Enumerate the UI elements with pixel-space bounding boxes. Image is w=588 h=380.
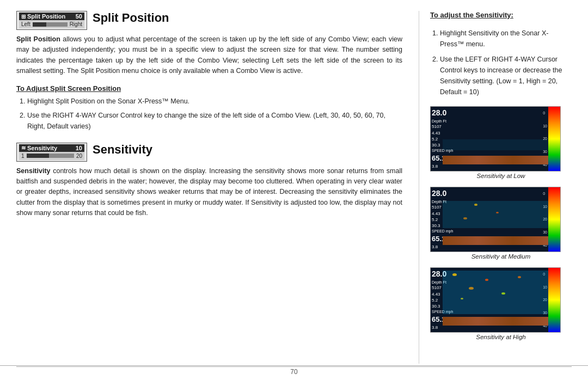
sonar-high-label: Sensitivity at High xyxy=(430,334,572,340)
sensitivity-body: Sensitivity controls how much detail is … xyxy=(16,166,402,219)
sonar-sidebar-low xyxy=(548,107,560,171)
left-column: ⊞ Split Position 50 Left Right xyxy=(16,11,419,364)
sensitivity-icon: ≋ xyxy=(21,145,26,151)
split-position-icon-area: ⊞ Split Position xyxy=(21,13,65,20)
sensitivity-slider-row: 1 20 xyxy=(19,152,84,160)
sonar-image-high: 28.0 Depth Ft 5107 4.43 5.2 30.3 SPEED m… xyxy=(430,267,561,333)
sensitivity-slider-fill xyxy=(27,154,49,158)
split-step-1: Highlight Split Position on the Sonar X-… xyxy=(27,96,402,107)
fish-h5 xyxy=(461,298,463,299)
sonar-sidebar-high xyxy=(548,268,560,332)
sensitivity-title-row: ≋ Sensitivity 10 xyxy=(19,144,84,152)
split-position-widget: ⊞ Split Position 50 Left Right xyxy=(16,11,87,32)
sensitivity-max-label: 20 xyxy=(76,153,82,159)
depth-label-medium: 28.0 xyxy=(432,188,453,199)
sonar-image-medium: 28.0 Depth Ft 5107 4.43 5.2 30.3 SPEED m… xyxy=(430,187,561,252)
speed-label-medium: SPEED mph xyxy=(432,229,453,234)
seabed-high xyxy=(443,317,548,326)
fish-h6 xyxy=(518,276,521,278)
split-slider-fill xyxy=(33,22,47,27)
sensitivity-section-title: Sensitivity xyxy=(93,143,152,157)
sensitivity-slider-track xyxy=(27,153,74,158)
split-icon: ⊞ xyxy=(21,14,26,20)
sonar-low-container: 28.0 Depth Ft 5107 4.43 5.2 30.3 SPEED m… xyxy=(430,106,572,182)
split-slider-bg xyxy=(33,22,68,27)
split-steps-list: Highlight Split Position on the Sonar X-… xyxy=(27,96,402,132)
sensitivity-slider-bg xyxy=(27,154,74,158)
fish-3-medium xyxy=(463,217,467,219)
split-subsection-title: To Adjust Split Screen Position xyxy=(16,84,402,93)
split-position-header: ⊞ Split Position 50 Left Right xyxy=(16,11,402,32)
sensitivity-widget: ≋ Sensitivity 10 1 xyxy=(16,143,87,164)
split-slider-row: Left Right xyxy=(19,20,84,28)
depth-label-low: 28.0 xyxy=(432,108,453,119)
noise-medium xyxy=(443,201,548,228)
sonar-medium-label: Sensitivity at Medium xyxy=(430,253,572,260)
split-widget-title: Split Position xyxy=(27,13,65,20)
seabed-medium xyxy=(443,236,548,245)
sensitivity-intro-text: controls how much detail is shown on the… xyxy=(16,167,402,217)
sensitivity-widget-title: Sensitivity xyxy=(27,145,57,151)
right-steps-list: Highlight Sensitivity on the Sonar X-Pre… xyxy=(440,28,572,102)
sensitivity-section: ≋ Sensitivity 10 1 xyxy=(16,143,402,219)
fish-h1 xyxy=(452,273,457,276)
sensitivity-header: ≋ Sensitivity 10 1 xyxy=(16,143,402,164)
seabed-low xyxy=(443,156,548,164)
split-position-control: ⊞ Split Position 50 Left Right xyxy=(16,11,87,30)
sensitivity-widget-value: 10 xyxy=(76,145,82,151)
page-container: ⊞ Split Position 50 Left Right xyxy=(0,0,588,380)
sensitivity-min-label: 1 xyxy=(21,153,24,159)
fish-h3 xyxy=(469,287,474,290)
split-bold-intro: Split Position xyxy=(16,35,60,43)
fish-h2 xyxy=(485,279,488,281)
sensitivity-icon-area: ≋ Sensitivity xyxy=(21,145,57,151)
fish-h4 xyxy=(501,292,505,295)
split-intro-text: allows you to adjust what percentage of … xyxy=(16,35,402,75)
split-section-title: Split Position xyxy=(93,11,169,25)
sonar-medium-container: 28.0 Depth Ft 5107 4.43 5.2 30.3 SPEED m… xyxy=(430,187,572,263)
page-number: 70 xyxy=(290,368,297,376)
right-step-1: Highlight Sensitivity on the Sonar X-Pre… xyxy=(440,28,572,50)
right-step-2: Use the LEFT or RIGHT 4-WAY Cursor Contr… xyxy=(440,54,572,97)
noise-low xyxy=(443,139,548,150)
speed1-low: 5107 xyxy=(432,124,453,130)
sonar-sidebar-medium xyxy=(548,187,560,252)
split-left-label: Left xyxy=(21,21,30,27)
fish-2-medium xyxy=(496,212,499,213)
right-column: To adjust the Sensitivity: Highlight Sen… xyxy=(419,11,572,364)
sonar-high-container: 28.0 Depth Ft 5107 4.43 5.2 30.3 SPEED m… xyxy=(430,267,572,344)
adjust-sensitivity-title: To adjust the Sensitivity: xyxy=(430,11,572,19)
split-position-body: Split Position allows you to adjust what… xyxy=(16,34,402,77)
speed2-low: 4.43 xyxy=(432,130,453,136)
split-step-2: Use the RIGHT 4-WAY Cursor Control key t… xyxy=(27,110,402,132)
sonar-low-label: Sensitivity at Low xyxy=(430,173,572,179)
sonar-image-low: 28.0 Depth Ft 5107 4.43 5.2 30.3 SPEED m… xyxy=(430,106,561,171)
depth-unit-low: Depth Ft xyxy=(432,119,453,124)
page-footer: 70 xyxy=(0,365,588,376)
split-slider-track xyxy=(33,22,68,27)
split-widget-value: 50 xyxy=(76,13,82,20)
noise-high xyxy=(443,271,548,314)
sensitivity-bold-intro: Sensitivity xyxy=(16,167,51,175)
split-position-title-row: ⊞ Split Position 50 xyxy=(19,13,84,20)
split-right-label: Right xyxy=(70,21,82,27)
fish-1-medium xyxy=(474,204,477,206)
sensitivity-control: ≋ Sensitivity 10 1 xyxy=(16,143,87,162)
